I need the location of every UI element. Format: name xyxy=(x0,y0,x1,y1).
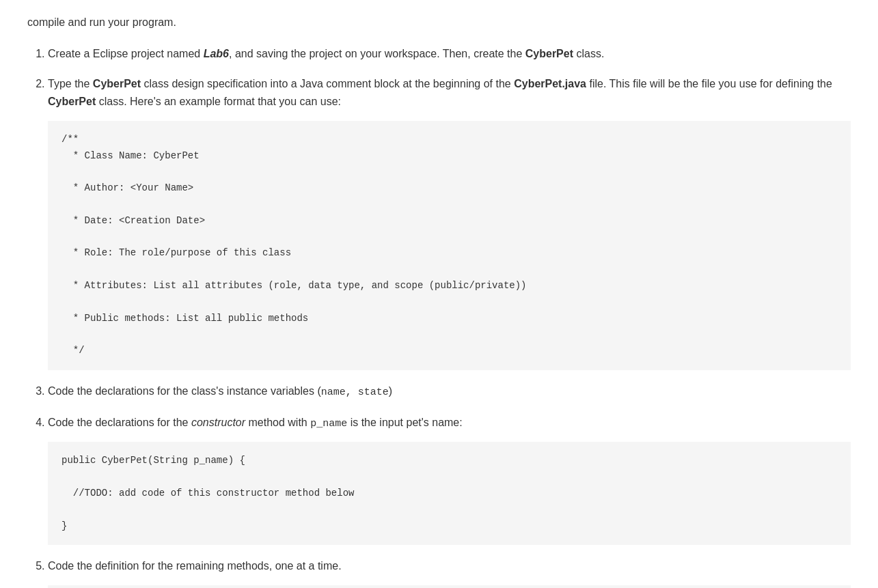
list-item: Code the declarations for the class's in… xyxy=(48,382,851,402)
step1-cyberpet: CyberPet xyxy=(525,48,573,59)
step4-code-block: public CyberPet(String p_name) { //TODO:… xyxy=(48,442,851,545)
steps-list: Create a Eclipse project named Lab6, and… xyxy=(27,45,851,588)
step2-text: Type the CyberPet class design specifica… xyxy=(48,78,832,107)
step1-lab6: Lab6 xyxy=(204,48,229,59)
list-item: Type the CyberPet class design specifica… xyxy=(48,75,851,370)
intro-text: compile and run your program. xyxy=(27,14,851,31)
list-item: Create a Eclipse project named Lab6, and… xyxy=(48,45,851,63)
list-item: Code the definition for the remaining me… xyxy=(48,557,851,588)
step2-cyberpet1: CyberPet xyxy=(93,78,141,89)
step3-text: Code the declarations for the class's in… xyxy=(48,385,392,397)
step5-code-block: public void setName(String p_name) { //T… xyxy=(48,585,851,588)
step4-text: Code the declarations for the constructo… xyxy=(48,417,463,428)
step4-pname: p_name xyxy=(310,418,347,430)
step5-text: Code the definition for the remaining me… xyxy=(48,560,342,572)
step3-code-inline: name, state xyxy=(321,387,389,398)
list-item: Code the declarations for the constructo… xyxy=(48,414,851,546)
step2-cyberpet-java: CyberPet.java xyxy=(514,78,586,89)
step2-cyberpet2: CyberPet xyxy=(48,96,96,107)
step2-code-block: /** * Class Name: CyberPet * Author: <Yo… xyxy=(48,121,851,370)
step1-text: Create a Eclipse project named Lab6, and… xyxy=(48,48,604,59)
step4-constructor: constructor xyxy=(191,417,245,428)
